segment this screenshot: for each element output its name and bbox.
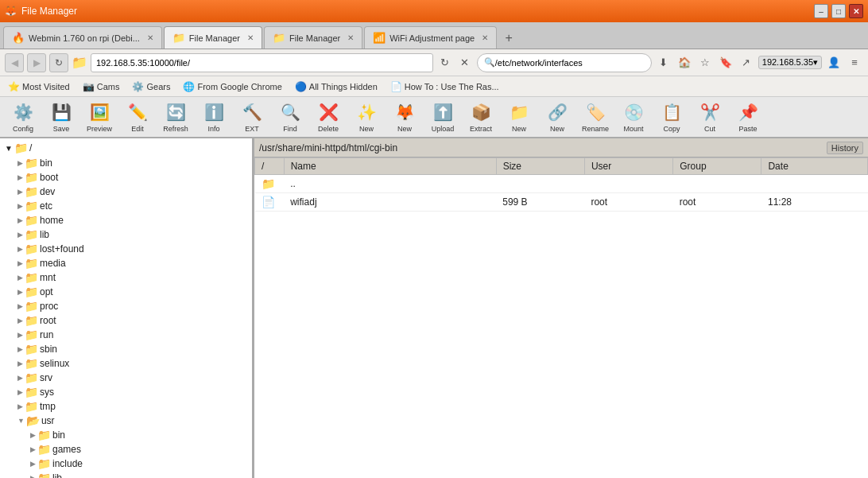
delete-button[interactable]: ❌ Delete (310, 99, 347, 135)
tree-item-srv[interactable]: ▶ 📁 srv (16, 371, 249, 385)
upload-button[interactable]: ⬆️ Upload (424, 99, 461, 135)
bookmark-all-things-hidden[interactable]: 🔵 All Things Hidden (292, 80, 381, 94)
new-folder-button[interactable]: 📁 New (501, 99, 537, 135)
tab-wifi-label: WiFi Adjustment page (389, 33, 475, 43)
table-row[interactable]: 📄 wifiadj 599 B root root 11:28 (255, 193, 868, 212)
tree-item-selinux[interactable]: ▶ 📁 selinux (16, 356, 249, 371)
tree-item-usr-games[interactable]: ▶ 📁 games (29, 442, 249, 457)
tree-item-usr-bin[interactable]: ▶ 📁 bin (29, 428, 249, 442)
sys-folder-icon: 📁 (25, 386, 38, 398)
bookmark-cams[interactable]: 📷 Cams (79, 80, 123, 94)
home-expand-icon: ▶ (17, 216, 23, 224)
new-sym-button[interactable]: 🔗 New (539, 99, 575, 135)
refresh-button[interactable]: 🔄 Refresh (157, 99, 194, 135)
sys-expand-icon: ▶ (17, 388, 23, 396)
preview-button[interactable]: 🖼️ Preview (81, 99, 118, 135)
run-folder-icon: 📁 (25, 328, 38, 341)
back-button[interactable]: ◀ (5, 53, 24, 72)
find-button[interactable]: 🔍 Find (272, 99, 308, 135)
tree-item-boot[interactable]: ▶ 📁 boot (16, 170, 249, 185)
tree-item-proc[interactable]: ▶ 📁 proc (16, 299, 249, 313)
tree-item-usr[interactable]: ▼ 📂 usr (16, 414, 249, 428)
bookmark-most-visited[interactable]: ⭐ Most Visited (5, 80, 73, 94)
minimize-button[interactable]: – (814, 4, 828, 18)
edit-button[interactable]: ✏️ Edit (119, 99, 156, 135)
ext-button[interactable]: 🔨 EXT (234, 99, 270, 135)
lostfound-expand-icon: ▶ (17, 245, 23, 253)
search-input[interactable] (495, 58, 645, 68)
tree-item-bin[interactable]: ▶ 📁 bin (16, 156, 249, 170)
new-web-label: New (397, 125, 412, 133)
tab-filemanager1[interactable]: 📁 File Manager ✕ (164, 26, 262, 49)
copy-button[interactable]: 📋 Copy (653, 99, 690, 135)
new-tab-button[interactable]: + (498, 28, 519, 49)
stop-icon[interactable]: ✕ (456, 54, 474, 72)
col-date[interactable]: Date (761, 158, 868, 175)
menu-icon[interactable]: ≡ (846, 54, 863, 72)
tab-filemanager1-close[interactable]: ✕ (247, 33, 254, 42)
bookmark-list-icon[interactable]: 🔖 (717, 54, 734, 72)
tab-webmin[interactable]: 🔥 Webmin 1.760 on rpi (Debi... ✕ (3, 26, 162, 49)
tree-item-usr-include[interactable]: ▶ 📁 include (29, 457, 249, 471)
tree-root[interactable]: ▼ 📁 / (3, 140, 249, 156)
extract-label: Extract (470, 125, 492, 133)
tree-item-mnt[interactable]: ▶ 📁 mnt (16, 270, 249, 285)
tree-item-media[interactable]: ▶ 📁 media (16, 256, 249, 270)
selinux-expand-icon: ▶ (17, 359, 23, 367)
bookmark-how-to[interactable]: 📄 How To : Use The Ras... (387, 80, 502, 94)
maximize-button[interactable]: □ (831, 4, 846, 18)
new-web-button[interactable]: 🦊 New (386, 99, 423, 135)
home-icon[interactable]: 🏠 (676, 54, 693, 72)
srv-label: srv (40, 372, 52, 383)
table-row[interactable]: 📁 .. (255, 175, 868, 193)
forward-button[interactable]: ▶ (27, 53, 46, 72)
save-button[interactable]: 💾 Save (43, 99, 79, 135)
tab-webmin-close[interactable]: ✕ (147, 33, 153, 42)
tree-item-tmp[interactable]: ▶ 📁 tmp (16, 399, 249, 414)
reload-icon[interactable]: ↻ (436, 54, 454, 72)
rename-button[interactable]: 🏷️ Rename (577, 99, 614, 135)
bookmark-star-icon[interactable]: ☆ (696, 54, 714, 72)
new-file-button[interactable]: ✨ New (348, 99, 385, 135)
config-button[interactable]: ⚙️ Config (5, 99, 41, 135)
tab-webmin-label: Webmin 1.760 on rpi (Debi... (29, 33, 140, 43)
share-icon[interactable]: ↗ (738, 54, 755, 72)
paste-button[interactable]: 📌 Paste (730, 99, 766, 135)
paste-icon: 📌 (737, 101, 759, 123)
history-button[interactable]: History (827, 142, 863, 154)
tree-item-lostfound[interactable]: ▶ 📁 lost+found (16, 242, 249, 256)
col-slash[interactable]: / (255, 158, 285, 175)
tree-item-run[interactable]: ▶ 📁 run (16, 328, 249, 342)
tree-item-root[interactable]: ▶ 📁 root (16, 313, 249, 328)
col-size[interactable]: Size (496, 158, 584, 175)
col-name[interactable]: Name (284, 158, 496, 175)
cut-button[interactable]: ✂️ Cut (692, 99, 728, 135)
tab-filemanager2[interactable]: 📁 File Manager ✕ (264, 26, 362, 49)
ip-button[interactable]: 192.168.5.35▾ (758, 56, 822, 69)
col-user[interactable]: User (584, 158, 672, 175)
tree-item-home[interactable]: ▶ 📁 home (16, 213, 249, 227)
tab-wifi-close[interactable]: ✕ (482, 33, 488, 42)
tree-item-opt[interactable]: ▶ 📁 opt (16, 285, 249, 299)
tree-item-dev[interactable]: ▶ 📁 dev (16, 185, 249, 199)
tree-item-usr-lib[interactable]: ▶ 📁 lib (29, 471, 249, 478)
mount-icon: 💿 (622, 101, 645, 123)
tree-item-sbin[interactable]: ▶ 📁 sbin (16, 342, 249, 356)
tab-wifi[interactable]: 📶 WiFi Adjustment page ✕ (364, 26, 497, 49)
extract-button[interactable]: 📦 Extract (463, 99, 499, 135)
info-button[interactable]: ℹ️ Info (196, 99, 232, 135)
refresh-nav-button[interactable]: ↻ (49, 53, 68, 72)
tree-item-etc[interactable]: ▶ 📁 etc (16, 199, 249, 213)
download-icon[interactable]: ⬇ (655, 54, 672, 72)
tree-item-lib[interactable]: ▶ 📁 lib (16, 227, 249, 242)
bookmark-gears[interactable]: ⚙️ Gears (129, 80, 173, 94)
tree-item-sys[interactable]: ▶ 📁 sys (16, 385, 249, 399)
address-icons: ↻ ✕ (436, 54, 474, 72)
bookmark-google-chrome[interactable]: 🌐 From Google Chrome (180, 80, 285, 94)
url-input[interactable] (91, 53, 433, 72)
avatar-icon[interactable]: 👤 (825, 54, 843, 72)
tab-filemanager2-close[interactable]: ✕ (347, 33, 354, 42)
close-button[interactable]: ✕ (849, 4, 863, 18)
mount-button[interactable]: 💿 Mount (615, 99, 652, 135)
col-group[interactable]: Group (673, 158, 761, 175)
